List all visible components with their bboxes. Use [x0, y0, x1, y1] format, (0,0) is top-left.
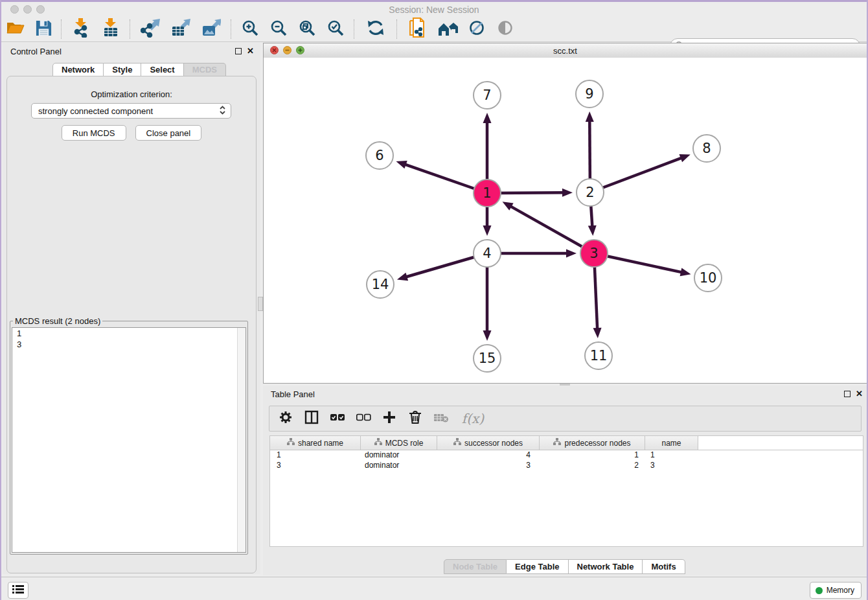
tree-sort-icon	[287, 438, 295, 448]
function-icon: f(x)	[462, 411, 484, 426]
gear-icon	[279, 410, 293, 427]
export-table-button[interactable]	[166, 18, 196, 40]
graph-node-label: 10	[700, 270, 717, 286]
import-table-button[interactable]	[96, 18, 126, 40]
export-table-icon	[171, 18, 190, 40]
table-cell-mcds_role[interactable]: dominator	[361, 461, 437, 471]
graph-node-label: 11	[590, 348, 608, 363]
tab-network-table[interactable]: Network Table	[569, 559, 643, 574]
table-row[interactable]: 1dominator411	[270, 450, 863, 461]
zoom-selected-button[interactable]	[321, 18, 350, 40]
network-from-file-button[interactable]	[402, 18, 433, 40]
task-history-button[interactable]	[8, 582, 29, 599]
table-cell-name[interactable]: 1	[645, 450, 698, 461]
tab-motifs[interactable]: Motifs	[643, 559, 685, 574]
criterion-dropdown[interactable]: strongly connected component	[31, 103, 231, 119]
run-mcds-button[interactable]: Run MCDS	[62, 125, 126, 141]
graph-node-label: 1	[483, 185, 491, 201]
network-window-titlebar[interactable]: scc.txt	[264, 43, 867, 58]
export-network-icon	[141, 18, 160, 40]
close-table-panel-icon[interactable]: ✕	[856, 390, 863, 398]
column-header-predecessor-nodes[interactable]: predecessor nodes	[540, 436, 645, 450]
mcds-tab-content: Optimization criterion: strongly connect…	[6, 76, 257, 573]
float-panel-icon[interactable]	[235, 48, 242, 54]
edge-arrowhead-icon	[483, 225, 492, 236]
tab-select[interactable]: Select	[141, 63, 183, 76]
column-header-successor-nodes[interactable]: successor nodes	[437, 436, 540, 450]
table-cell-predecessor_nodes[interactable]: 1	[540, 450, 645, 461]
graph-edge[interactable]	[511, 207, 594, 253]
split-panel-icon	[304, 410, 319, 427]
float-table-panel-icon[interactable]	[844, 391, 851, 397]
network-canvas[interactable]: 1234678910111415	[264, 58, 867, 383]
optimization-criterion-label: Optimization criterion:	[7, 89, 256, 99]
toolbar-separator	[130, 19, 131, 39]
toolbar-separator	[231, 19, 232, 39]
graph-node-label: 4	[483, 246, 491, 261]
status-bar: Memory	[1, 577, 867, 600]
function-builder-button[interactable]: f(x)	[459, 410, 487, 427]
result-scrollbar[interactable]	[237, 328, 246, 552]
style-slash-icon	[468, 19, 485, 39]
dropdown-stepper-icon	[219, 105, 226, 117]
zoom-fit-button[interactable]	[293, 18, 321, 40]
result-value: 1	[12, 328, 246, 339]
splitter-handle[interactable]	[258, 297, 263, 311]
table-cell-predecessor_nodes[interactable]: 2	[540, 461, 645, 471]
zoom-out-button[interactable]	[264, 18, 293, 40]
add-column-button[interactable]	[381, 410, 398, 427]
main-toolbar	[1, 17, 867, 42]
memory-button[interactable]: Memory	[810, 582, 862, 599]
table-cell-mcds_role[interactable]: dominator	[361, 450, 437, 461]
delete-column-button[interactable]	[407, 410, 424, 427]
zoom-selected-icon	[326, 19, 345, 40]
tab-network[interactable]: Network	[52, 63, 104, 76]
table-cell-successor_nodes[interactable]: 3	[437, 461, 540, 471]
graph-edge[interactable]	[590, 158, 681, 192]
column-header-mcds-role[interactable]: MCDS role	[361, 436, 437, 450]
tab-edge-table[interactable]: Edge Table	[507, 559, 568, 574]
refresh-view-button[interactable]	[359, 18, 393, 40]
tab-mcds[interactable]: MCDS	[184, 63, 226, 76]
column-header-name[interactable]: name	[645, 436, 698, 450]
zoom-fit-icon	[298, 19, 316, 40]
save-session-button[interactable]	[30, 18, 57, 40]
close-panel-button[interactable]: Close panel	[135, 125, 202, 141]
network-view-window: scc.txt 1234678910111415	[263, 43, 867, 384]
edge-arrowhead-icon	[562, 189, 573, 197]
delete-table-button[interactable]	[433, 410, 450, 427]
close-panel-icon[interactable]: ✕	[247, 47, 254, 55]
table-cell-name[interactable]: 3	[645, 461, 698, 471]
delete-table-icon	[433, 411, 449, 426]
open-session-button[interactable]	[1, 18, 30, 40]
control-panel: Control Panel ✕ Network Style Select MCD…	[3, 43, 260, 574]
toolbar-separator	[61, 19, 62, 39]
edge-arrowhead-icon	[588, 225, 597, 236]
table-cell-shared_name[interactable]: 1	[270, 450, 361, 461]
zoom-in-button[interactable]	[236, 18, 264, 40]
table-cell-successor_nodes[interactable]: 4	[437, 450, 540, 461]
result-value: 3	[12, 339, 246, 350]
tab-style[interactable]: Style	[104, 63, 141, 76]
table-cell-shared_name[interactable]: 3	[270, 461, 361, 471]
table-settings-button[interactable]	[277, 410, 294, 427]
toggle-style-button[interactable]	[463, 18, 491, 40]
select-all-columns-button[interactable]	[329, 410, 346, 427]
split-view-button[interactable]	[303, 410, 320, 427]
tab-node-table[interactable]: Node Table	[444, 559, 507, 574]
tree-sort-icon	[453, 438, 461, 448]
table-row[interactable]: 3dominator323	[270, 461, 863, 471]
save-icon	[35, 19, 52, 40]
show-hide-button[interactable]	[491, 18, 520, 40]
edge-arrowhead-icon	[593, 328, 602, 338]
import-network-button[interactable]	[66, 18, 96, 40]
home-view-button[interactable]	[433, 18, 463, 40]
graph-node-label: 6	[375, 148, 383, 163]
criterion-dropdown-value: strongly connected component	[32, 106, 219, 116]
mcds-result-list[interactable]: 1 3	[12, 327, 246, 553]
deselect-all-columns-button[interactable]	[355, 410, 372, 427]
export-image-button[interactable]	[196, 18, 227, 40]
refresh-icon	[367, 19, 385, 39]
column-header-shared-name[interactable]: shared name	[270, 436, 361, 450]
export-network-button[interactable]	[135, 18, 166, 40]
